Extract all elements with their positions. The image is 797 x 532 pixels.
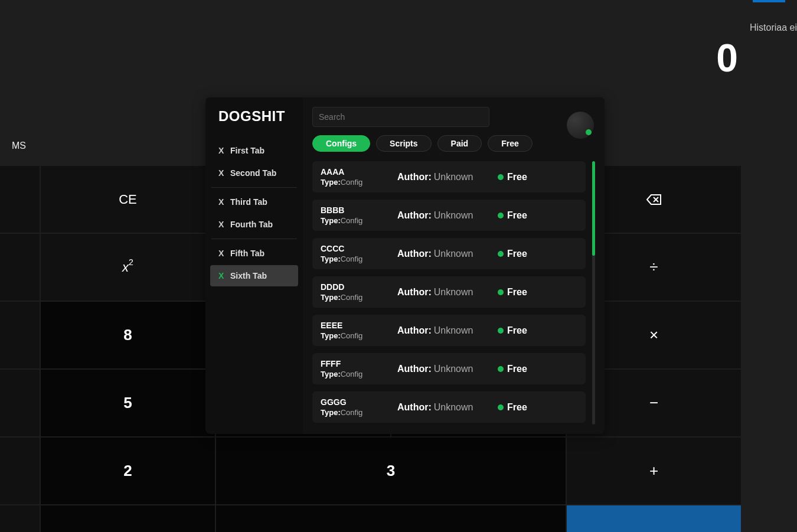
scrollbar-thumb[interactable] <box>592 161 595 256</box>
status-dot-icon <box>586 129 592 135</box>
item-name: BBBB <box>321 205 397 215</box>
close-icon[interactable]: X <box>218 220 230 229</box>
search-input[interactable] <box>312 107 489 127</box>
list-item[interactable]: GGGG Type:Config Author:Unknown Free <box>312 391 586 423</box>
sidebar-item-label: Sixth Tab <box>230 271 267 280</box>
close-icon[interactable]: X <box>218 168 230 178</box>
list-item[interactable]: CCCC Type:Config Author:Unknown Free <box>312 238 586 269</box>
list-item[interactable]: AAAA Type:Config Author:Unknown Free <box>312 161 586 192</box>
separator <box>211 187 297 188</box>
search-row <box>312 107 595 127</box>
item-type: Type:Config <box>321 331 397 340</box>
filter-row: Configs Scripts Paid Free <box>312 135 595 152</box>
item-name: DDDD <box>321 282 397 292</box>
item-type: Type:Config <box>321 178 397 187</box>
calc-spacer <box>0 302 40 368</box>
filter-scripts[interactable]: Scripts <box>376 135 431 152</box>
status-dot-icon <box>498 289 504 295</box>
list-item[interactable]: FFFF Type:Config Author:Unknown Free <box>312 353 586 384</box>
square-button[interactable]: x2 <box>41 234 215 301</box>
item-name: FFFF <box>321 359 397 368</box>
square-label: x2 <box>122 260 133 275</box>
calc-hidden <box>216 505 566 532</box>
status-dot-icon <box>498 328 504 334</box>
sidebar-item-sixth-tab[interactable]: X Sixth Tab <box>210 265 298 286</box>
item-type: Type:Config <box>321 408 397 417</box>
list-item[interactable]: DDDD Type:Config Author:Unknown Free <box>312 276 586 308</box>
calc-spacer <box>0 505 40 532</box>
close-icon[interactable]: X <box>218 146 230 155</box>
list-container: AAAA Type:Config Author:Unknown Free BBB… <box>312 161 595 425</box>
digit-8-button[interactable]: 8 <box>41 302 215 368</box>
sidebar-item-third-tab[interactable]: X Third Tab <box>210 191 298 213</box>
plus-button[interactable]: + <box>567 438 741 504</box>
item-author: Author:Unknown <box>397 287 498 298</box>
history-pane <box>742 166 797 532</box>
status-dot-icon <box>498 213 504 218</box>
item-badge: Free <box>498 210 577 221</box>
status-dot-icon <box>498 366 504 372</box>
filter-paid[interactable]: Paid <box>437 135 482 152</box>
sidebar-item-second-tab[interactable]: X Second Tab <box>210 162 298 184</box>
item-name: CCCC <box>321 244 397 253</box>
close-icon[interactable]: X <box>218 197 230 207</box>
list-item[interactable]: BBBB Type:Config Author:Unknown Free <box>312 200 586 231</box>
digit-5-button[interactable]: 5 <box>41 370 215 436</box>
panel-title: DOGSHIT <box>205 108 303 139</box>
separator <box>211 239 297 239</box>
item-name: AAAA <box>321 167 397 177</box>
item-author: Author:Unknown <box>397 172 498 182</box>
sidebar: DOGSHIT X First Tab X Second Tab X Third… <box>205 97 303 434</box>
status-dot-icon <box>498 404 504 410</box>
close-icon[interactable]: X <box>218 249 230 258</box>
clear-entry-button[interactable]: CE <box>41 166 215 233</box>
calc-spacer <box>0 370 40 436</box>
backspace-icon <box>646 194 662 205</box>
avatar[interactable] <box>567 112 594 139</box>
calculator-display: 0 <box>716 35 738 80</box>
item-badge: Free <box>498 325 577 336</box>
calc-spacer <box>0 166 40 233</box>
sidebar-item-label: Fifth Tab <box>230 249 264 258</box>
item-badge: Free <box>498 287 577 298</box>
item-type: Type:Config <box>321 216 397 225</box>
calc-spacer <box>0 234 40 301</box>
filter-configs[interactable]: Configs <box>312 135 370 152</box>
list-item[interactable]: EEEE Type:Config Author:Unknown Free <box>312 315 586 346</box>
sidebar-item-label: Third Tab <box>230 197 267 207</box>
status-dot-icon <box>498 174 504 180</box>
history-tab-indicator <box>753 0 785 2</box>
item-type: Type:Config <box>321 370 397 378</box>
item-author: Author:Unknown <box>397 364 498 374</box>
item-author: Author:Unknown <box>397 402 498 413</box>
item-badge: Free <box>498 364 577 374</box>
sidebar-item-fourth-tab[interactable]: X Fourth Tab <box>210 214 298 235</box>
item-type: Type:Config <box>321 254 397 263</box>
digit-3-button[interactable]: 3 <box>216 438 566 504</box>
filter-free[interactable]: Free <box>488 135 533 152</box>
overlay-panel: DOGSHIT X First Tab X Second Tab X Third… <box>205 97 605 434</box>
item-badge: Free <box>498 402 577 413</box>
item-name: EEEE <box>321 321 397 330</box>
item-type: Type:Config <box>321 293 397 302</box>
sidebar-item-label: Fourth Tab <box>230 220 273 229</box>
memory-store-button[interactable]: MS <box>12 141 26 151</box>
item-author: Author:Unknown <box>397 210 498 221</box>
digit-2-button[interactable]: 2 <box>41 438 215 504</box>
sidebar-item-fifth-tab[interactable]: X Fifth Tab <box>210 243 298 264</box>
item-author: Author:Unknown <box>397 325 498 336</box>
equals-button[interactable] <box>567 505 741 532</box>
item-name: GGGG <box>321 397 397 407</box>
item-badge: Free <box>498 172 577 182</box>
calc-spacer <box>0 438 40 504</box>
history-empty-text: Historiaa ei <box>750 22 797 33</box>
sidebar-item-label: Second Tab <box>230 168 276 178</box>
panel-content: Configs Scripts Paid Free AAAA Type:Conf… <box>303 97 605 434</box>
item-badge: Free <box>498 249 577 259</box>
item-author: Author:Unknown <box>397 249 498 259</box>
status-dot-icon <box>498 251 504 257</box>
sidebar-item-label: First Tab <box>230 146 264 155</box>
sidebar-item-first-tab[interactable]: X First Tab <box>210 140 298 161</box>
calc-hidden <box>41 505 215 532</box>
close-icon[interactable]: X <box>218 271 230 280</box>
